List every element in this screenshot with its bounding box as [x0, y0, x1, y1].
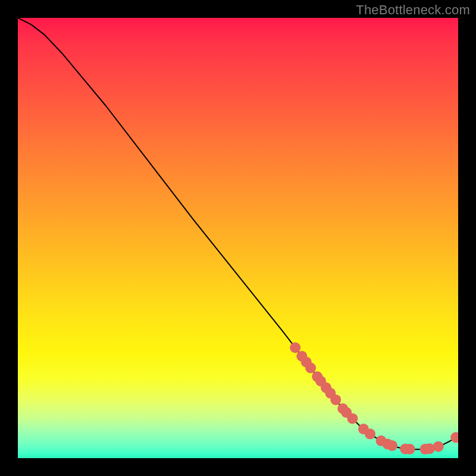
data-marker	[365, 428, 375, 439]
data-marker	[450, 432, 458, 443]
marker-group	[290, 342, 458, 455]
curve-overlay	[18, 18, 458, 458]
bottleneck-curve	[18, 18, 458, 449]
data-marker	[387, 440, 397, 451]
chart-canvas: TheBottleneck.com	[0, 0, 476, 476]
data-marker	[330, 394, 341, 405]
data-marker	[290, 342, 300, 353]
plot-area	[18, 18, 458, 458]
data-marker	[405, 444, 415, 455]
attribution-label: TheBottleneck.com	[356, 2, 470, 18]
data-marker	[305, 362, 316, 373]
data-marker	[347, 413, 358, 424]
data-marker	[433, 441, 444, 452]
